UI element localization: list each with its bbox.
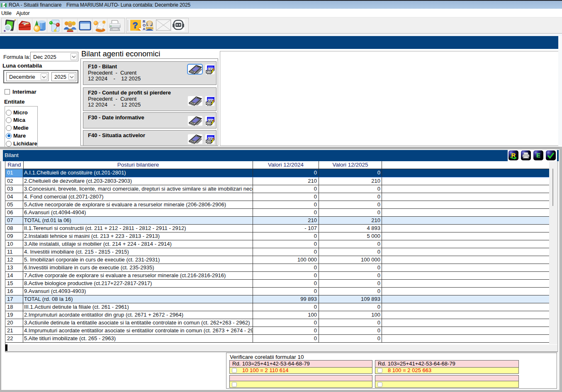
svg-text:A: A <box>143 27 146 31</box>
svg-text:?: ? <box>133 20 138 30</box>
